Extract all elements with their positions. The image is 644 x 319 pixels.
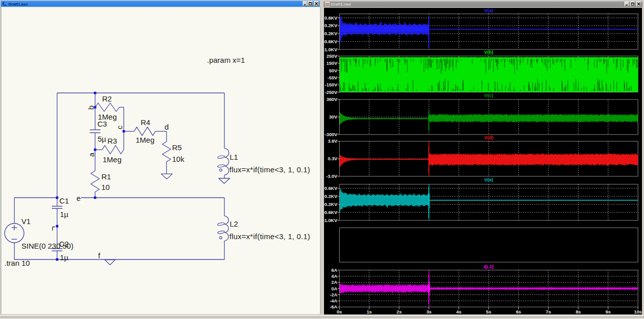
svg-text:R4: R4 <box>141 118 150 127</box>
svg-text:-2A: -2A <box>330 292 338 297</box>
svg-text:1µ: 1µ <box>60 210 68 219</box>
svg-text:V1: V1 <box>22 217 31 226</box>
svg-text:C2: C2 <box>59 240 69 248</box>
svg-text:C1: C1 <box>59 196 69 205</box>
svg-text:V(b): V(b) <box>484 50 493 55</box>
svg-text:4s: 4s <box>456 309 461 314</box>
svg-text:5s: 5s <box>486 309 491 314</box>
svg-text:-0.6KV: -0.6KV <box>323 39 338 44</box>
svg-text:6s: 6s <box>516 309 521 314</box>
svg-text:.tran 10: .tran 10 <box>5 259 30 267</box>
svg-text:8s: 8s <box>576 309 581 314</box>
svg-text:d: d <box>165 123 169 131</box>
svg-text:L2: L2 <box>229 220 238 228</box>
svg-text:0.6KV: 0.6KV <box>325 186 338 191</box>
svg-text:Draft1.asc: Draft1.asc <box>9 2 28 7</box>
svg-text:V(a): V(a) <box>484 8 493 13</box>
svg-text:R2: R2 <box>102 94 112 103</box>
svg-text:.param x=1: .param x=1 <box>207 56 245 64</box>
svg-text:-50V: -50V <box>328 75 338 80</box>
svg-text:e: e <box>76 194 80 202</box>
svg-text:9s: 9s <box>605 309 610 314</box>
svg-text:0s: 0s <box>337 309 342 314</box>
svg-text:6A: 6A <box>332 268 338 273</box>
svg-text:10s: 10s <box>634 309 642 314</box>
svg-text:1Meg: 1Meg <box>136 136 155 144</box>
svg-text:-1.0KV: -1.0KV <box>323 218 338 223</box>
svg-text:V(e): V(e) <box>484 177 493 182</box>
svg-text:1Meg: 1Meg <box>103 155 122 164</box>
svg-text:b: b <box>87 105 95 110</box>
svg-text:-150V: -150V <box>325 82 338 87</box>
svg-text:7s: 7s <box>546 309 551 314</box>
svg-text:-0.2KV: -0.2KV <box>323 202 338 207</box>
svg-text:3s: 3s <box>426 309 431 314</box>
svg-text:4A: 4A <box>332 274 338 279</box>
svg-text:-3.0V: -3.0V <box>326 174 338 179</box>
svg-text:0.3V: 0.3V <box>328 156 338 161</box>
svg-text:-6A: -6A <box>330 304 338 309</box>
svg-text:360V: 360V <box>327 97 338 102</box>
svg-text:30V: 30V <box>329 115 338 120</box>
svg-text:0.6KV: 0.6KV <box>325 16 338 21</box>
svg-text:c: c <box>115 125 124 129</box>
svg-text:V(d): V(d) <box>484 135 493 140</box>
svg-text:flux=x*if(time<3, 1, 0.1): flux=x*if(time<3, 1, 0.1) <box>229 165 310 174</box>
svg-text:-1.0KV: -1.0KV <box>323 47 338 52</box>
svg-text:Draft1.raw: Draft1.raw <box>331 2 351 7</box>
svg-text:5µ: 5µ <box>98 135 106 143</box>
svg-text:1s: 1s <box>367 309 372 314</box>
svg-text:-4A: -4A <box>330 298 338 303</box>
svg-text:-250V: -250V <box>325 90 338 95</box>
svg-text:C3: C3 <box>98 120 107 128</box>
svg-text:2A: 2A <box>332 280 338 285</box>
svg-text:50V: 50V <box>329 68 338 73</box>
svg-text:R3: R3 <box>108 137 117 145</box>
svg-text:150V: 150V <box>327 61 338 66</box>
svg-text:250V: 250V <box>327 54 338 59</box>
svg-text:0A: 0A <box>332 286 338 291</box>
svg-text:3.6V: 3.6V <box>328 139 338 144</box>
svg-text:L1: L1 <box>230 153 238 161</box>
svg-text:10: 10 <box>102 183 110 191</box>
svg-text:0.2KV: 0.2KV <box>325 23 338 28</box>
svg-text:R5: R5 <box>172 143 182 152</box>
svg-text:R1: R1 <box>102 172 111 181</box>
svg-text:I(L2): I(L2) <box>484 264 494 269</box>
svg-text:2s: 2s <box>396 309 401 314</box>
svg-text:V(c): V(c) <box>484 93 493 98</box>
svg-text:10k: 10k <box>172 155 185 163</box>
svg-text:-0.2KV: -0.2KV <box>323 31 338 36</box>
svg-text:1µ: 1µ <box>60 253 68 262</box>
svg-text:a: a <box>87 152 96 157</box>
svg-text:-0.6KV: -0.6KV <box>323 210 338 215</box>
svg-text:0.2KV: 0.2KV <box>325 194 338 199</box>
svg-text:flux=x*if(time<3, 1, 0.1): flux=x*if(time<3, 1, 0.1) <box>229 232 310 241</box>
svg-text:-300V: -300V <box>325 132 338 137</box>
